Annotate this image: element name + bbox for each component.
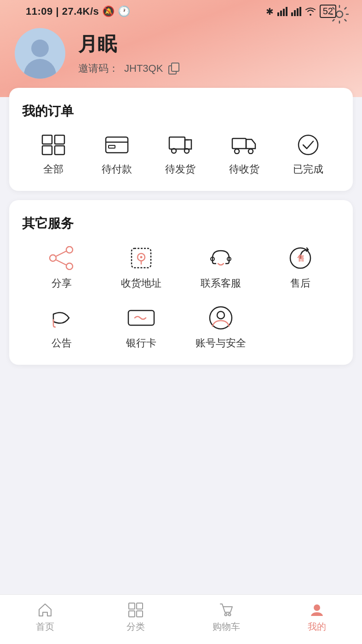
service-address[interactable]: 收货地址 (102, 245, 181, 290)
service-account[interactable]: 账号与安全 (181, 305, 261, 350)
account-icon (206, 305, 236, 331)
nav-home[interactable]: 首页 (22, 602, 68, 633)
svg-rect-13 (42, 146, 52, 155)
orders-card: 我的订单 全部 (9, 88, 353, 191)
svg-line-30 (56, 260, 66, 265)
svg-rect-3 (286, 7, 287, 16)
signal-icon (277, 7, 287, 16)
all-icon (39, 133, 68, 157)
svg-rect-42 (137, 603, 143, 609)
support-label: 联系客服 (201, 276, 241, 290)
bottom-nav: 首页 分类 购物车 我的 (0, 594, 362, 644)
nav-profile-label: 我的 (308, 621, 326, 633)
svg-point-46 (228, 614, 230, 616)
account-label: 账号与安全 (195, 336, 246, 350)
svg-point-23 (235, 149, 239, 154)
shipping-label: 待发货 (165, 162, 195, 176)
svg-point-24 (248, 149, 253, 154)
svg-rect-12 (55, 135, 64, 144)
svg-point-33 (140, 256, 143, 259)
svg-rect-2 (283, 9, 285, 16)
delivery-label: 待收货 (229, 162, 259, 176)
category-icon (128, 602, 144, 618)
service-aftersale[interactable]: 售 售后 (260, 245, 340, 290)
svg-point-28 (50, 255, 56, 261)
share-label: 分享 (52, 276, 72, 290)
svg-point-25 (299, 135, 318, 155)
wifi-signal-icon (291, 7, 301, 16)
profile-name: 月眠 (78, 31, 180, 57)
svg-rect-10 (172, 63, 179, 71)
nav-category[interactable]: 分类 (113, 602, 159, 633)
svg-rect-38 (128, 310, 154, 325)
svg-rect-18 (169, 137, 185, 149)
nav-cart[interactable]: 购物车 (203, 602, 249, 633)
svg-line-29 (56, 251, 66, 256)
svg-point-40 (217, 311, 224, 319)
svg-point-47 (314, 604, 320, 611)
done-label: 已完成 (293, 162, 323, 176)
cart-icon (218, 602, 234, 618)
svg-rect-4 (291, 12, 293, 16)
avatar[interactable] (15, 28, 65, 79)
status-time-network: 11:09 | 27.4K/s 🔕 🕐 (26, 6, 130, 17)
nav-profile[interactable]: 我的 (294, 602, 340, 633)
svg-point-45 (224, 614, 227, 616)
nav-home-label: 首页 (36, 621, 54, 633)
home-icon (37, 602, 53, 618)
svg-rect-0 (277, 12, 279, 16)
svg-rect-44 (137, 611, 143, 617)
order-done[interactable]: 已完成 (293, 133, 323, 176)
address-label: 收货地址 (121, 276, 161, 290)
order-shipping[interactable]: 待发货 (165, 133, 195, 176)
all-label: 全部 (43, 162, 63, 176)
svg-rect-11 (42, 135, 52, 144)
done-icon (293, 133, 323, 157)
wifi-icon (305, 7, 316, 16)
invite-label: 邀请码： (78, 62, 119, 75)
order-delivery[interactable]: 待收货 (229, 133, 259, 176)
order-payment[interactable]: 待付款 (102, 133, 132, 176)
announcement-label: 公告 (52, 336, 72, 350)
service-bankcard[interactable]: 银行卡 (102, 305, 181, 350)
order-all[interactable]: 全部 (39, 133, 68, 176)
payment-label: 待付款 (102, 162, 132, 176)
svg-rect-41 (129, 603, 135, 609)
support-icon (206, 245, 236, 271)
share-icon (47, 245, 76, 271)
orders-title: 我的订单 (22, 103, 340, 120)
svg-point-26 (66, 247, 73, 253)
svg-rect-43 (129, 611, 135, 617)
delivery-icon (230, 133, 259, 157)
aftersale-label: 售后 (290, 276, 310, 290)
svg-point-27 (66, 263, 73, 270)
address-icon (126, 245, 156, 271)
nav-cart-label: 购物车 (213, 621, 240, 633)
announcement-icon (47, 305, 76, 331)
profile-nav-icon (309, 602, 325, 618)
service-announcement[interactable]: 公告 (22, 305, 102, 350)
invite-code-row: 邀请码： JHT3QK (78, 62, 180, 75)
service-support[interactable]: 联系客服 (181, 245, 261, 290)
svg-rect-22 (232, 138, 246, 149)
status-icons: ✱ 52 (266, 5, 336, 18)
services-card: 其它服务 分享 (9, 200, 353, 365)
svg-rect-7 (299, 7, 301, 16)
svg-text:售: 售 (297, 254, 305, 262)
bluetooth-icon: ✱ (266, 6, 274, 17)
invite-code: JHT3QK (124, 63, 163, 75)
payment-icon (102, 133, 132, 157)
copy-icon[interactable] (168, 63, 180, 75)
aftersale-icon: 售 (286, 245, 315, 271)
svg-rect-6 (297, 8, 299, 16)
profile-area: 月眠 邀请码： JHT3QK (15, 21, 347, 79)
status-bar: 11:09 | 27.4K/s 🔕 🕐 ✱ 52 (15, 0, 347, 21)
svg-rect-14 (55, 146, 64, 155)
bankcard-icon (126, 305, 156, 331)
orders-list: 全部 待付款 (22, 133, 340, 176)
services-grid: 分享 收货地址 (22, 245, 340, 350)
battery-icon: 52 (320, 5, 336, 18)
services-title: 其它服务 (22, 215, 340, 232)
service-share[interactable]: 分享 (22, 245, 102, 290)
svg-rect-5 (294, 10, 296, 16)
